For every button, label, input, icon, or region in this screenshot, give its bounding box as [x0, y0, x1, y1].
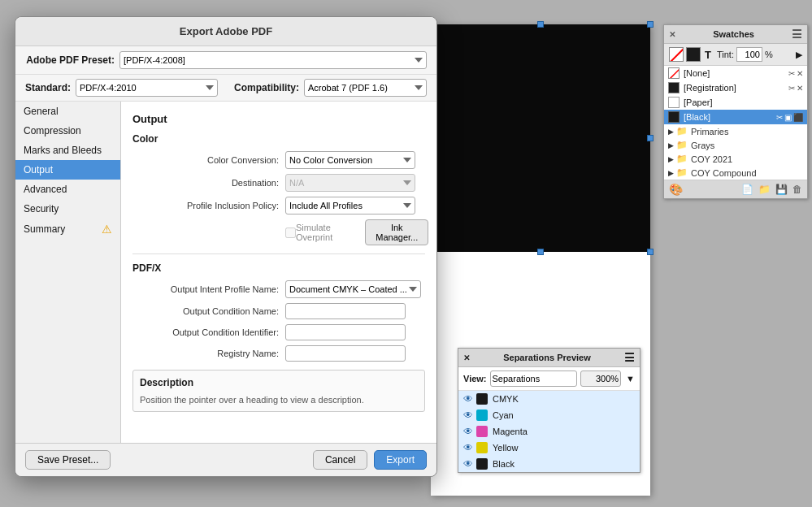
standard-label: Standard:: [25, 82, 71, 93]
swatch-registration[interactable]: [Registration] ✂ ✕: [664, 80, 807, 95]
dialog-body: General Compression Marks and Bleeds Out…: [15, 102, 436, 443]
swatch-none[interactable]: [None] ✂ ✕: [664, 66, 807, 80]
sidebar-item-marks-bleeds[interactable]: Marks and Bleeds: [15, 141, 120, 160]
foreground-color-box[interactable]: [669, 47, 684, 62]
registry-name-input[interactable]: [285, 345, 406, 362]
sidebar-item-general[interactable]: General: [15, 102, 120, 121]
sep-eye-cyan: 👁: [463, 410, 473, 421]
group-grays[interactable]: ▶ 📁 Grays: [664, 138, 807, 152]
content-area: Output Color Color Conversion: No Color …: [121, 102, 436, 443]
cancel-button[interactable]: Cancel: [313, 450, 367, 470]
tint-chevron-icon[interactable]: ▶: [796, 50, 802, 60]
warning-icon: ⚠: [102, 223, 112, 236]
sep-body: View: Separations ▼ 👁 CMYK 👁 Cyan: [458, 367, 640, 472]
zoom-chevron-icon[interactable]: ▼: [626, 374, 635, 384]
sidebar-item-summary[interactable]: Summary ⚠: [15, 219, 120, 240]
swatch-none-icons: ✂ ✕: [788, 69, 803, 78]
section-title: Output: [132, 113, 425, 125]
simulate-overprint-checkbox[interactable]: [285, 228, 296, 238]
sidebar-item-output[interactable]: Output: [15, 160, 120, 180]
color-conversion-label: Color Conversion:: [132, 155, 279, 165]
output-condition-id-row: Output Condition Identifier:: [132, 324, 425, 340]
output-condition-name-input[interactable]: [285, 303, 406, 319]
tint-row: T Tint: % ▶: [664, 44, 807, 66]
tint-input[interactable]: [736, 47, 762, 62]
simulate-overprint-label: Simulate Overprint: [296, 223, 332, 242]
sep-view-select[interactable]: Separations: [490, 370, 578, 387]
panel-menu-icon[interactable]: ☰: [792, 28, 802, 41]
swatch-none-color: [668, 67, 680, 79]
sep-row-yellow[interactable]: 👁 Yellow: [458, 440, 640, 456]
color-subsection-title: Color: [132, 133, 425, 145]
swatches-title: Swatches: [713, 29, 754, 39]
scissors-icon-reg: ✂: [788, 84, 795, 93]
group-primaries[interactable]: ▶ 📁 Primaries: [664, 124, 807, 138]
sep-close-icon[interactable]: ✕: [463, 353, 470, 362]
sep-view-row: View: Separations ▼: [458, 367, 640, 391]
color-conversion-select[interactable]: No Color Conversion: [285, 151, 415, 169]
color-conversion-row: Color Conversion: No Color Conversion: [132, 151, 425, 169]
sep-row-black[interactable]: 👁 Black: [458, 456, 640, 472]
scissors-icon-black: ✂: [776, 113, 783, 122]
simulate-ink-row: Simulate Overprint Ink Manager...: [132, 219, 425, 245]
swatches-panel-header: ✕ Swatches ☰: [664, 25, 807, 44]
tint-percent: %: [765, 50, 773, 59]
profile-inclusion-row: Profile Inclusion Policy: Include All Pr…: [132, 197, 425, 214]
panel-close-icon[interactable]: ✕: [669, 30, 675, 39]
sep-label-yellow: Yellow: [493, 443, 518, 453]
new-color-group-icon[interactable]: 🎨: [669, 183, 683, 196]
output-intent-profile-select[interactable]: Document CMYK – Coated ...: [285, 280, 421, 298]
compat-group: Compatibility: Acrobat 7 (PDF 1.6): [234, 79, 427, 97]
sep-menu-icon[interactable]: ☰: [624, 351, 635, 364]
preset-select[interactable]: [PDF/X-4:2008]: [119, 51, 427, 69]
swatches-panel-footer: 🎨 📄 📁 💾 🗑: [664, 180, 807, 198]
registry-name-row: Registry Name:: [132, 345, 425, 362]
swatch-folder-icon[interactable]: 📁: [758, 184, 771, 195]
swatch-paper-color: [668, 97, 680, 108]
scissors-icon: ✂: [788, 69, 795, 78]
separations-preview-panel: ✕ Separations Preview ☰ View: Separation…: [458, 348, 640, 473]
print-icon: ⬛: [793, 113, 803, 122]
swatch-black[interactable]: [Black] ✂ ▣ ⬛: [664, 110, 807, 124]
sep-row-cyan[interactable]: 👁 Cyan: [458, 407, 640, 423]
dialog-footer: Save Preset... Cancel Export: [15, 443, 436, 476]
swatch-paper-label: [Paper]: [684, 98, 712, 107]
sep-dot-cmyk: [476, 393, 488, 405]
output-condition-id-input[interactable]: [285, 324, 406, 340]
swatch-paper[interactable]: [Paper]: [664, 95, 807, 110]
swatch-page-icon[interactable]: 📄: [741, 184, 753, 195]
sidebar-item-compression[interactable]: Compression: [15, 121, 120, 141]
coy-compound-label: COY Compound: [691, 168, 757, 178]
sep-eye-yellow: 👁: [463, 442, 473, 453]
group-coy-compound[interactable]: ▶ 📁 COY Compound: [664, 166, 807, 180]
swatch-save-icon[interactable]: 💾: [775, 184, 788, 195]
stroke-color-box[interactable]: [686, 47, 701, 62]
dialog-title: Export Adobe PDF: [15, 17, 436, 46]
svg-line-0: [670, 48, 684, 62]
output-intent-row: Output Intent Profile Name: Document CMY…: [132, 280, 425, 298]
standard-compat-row: Standard: PDF/X-4:2010 Compatibility: Ac…: [15, 75, 436, 102]
type-color-icon[interactable]: T: [705, 49, 711, 61]
ink-manager-button[interactable]: Ink Manager...: [365, 219, 428, 245]
primaries-label: Primaries: [691, 127, 728, 136]
standard-group: Standard: PDF/X-4:2010: [25, 79, 218, 97]
sep-row-cmyk[interactable]: 👁 CMYK: [458, 391, 640, 407]
profile-inclusion-label: Profile Inclusion Policy:: [132, 201, 279, 210]
sep-row-magenta[interactable]: 👁 Magenta: [458, 423, 640, 440]
sep-eye-black: 👁: [463, 458, 473, 470]
zoom-input[interactable]: [580, 370, 621, 387]
compatibility-label: Compatibility:: [234, 82, 299, 93]
profile-inclusion-select[interactable]: Include All Profiles: [285, 197, 415, 214]
swatch-delete-icon[interactable]: 🗑: [792, 184, 802, 195]
group-coy2021[interactable]: ▶ 📁 COY 2021: [664, 152, 807, 166]
export-button[interactable]: Export: [374, 450, 427, 470]
save-preset-button[interactable]: Save Preset...: [25, 450, 111, 470]
compatibility-select[interactable]: Acrobat 7 (PDF 1.6): [304, 79, 427, 97]
sidebar-item-advanced[interactable]: Advanced: [15, 180, 120, 199]
sep-view-label: View:: [463, 374, 487, 384]
sidebar-item-security[interactable]: Security: [15, 199, 120, 219]
standard-select[interactable]: PDF/X-4:2010: [76, 79, 218, 97]
cross-icon-reg: ✕: [797, 84, 803, 93]
swatch-reg-color: [668, 82, 680, 93]
description-section: Description Position the pointer over a …: [132, 370, 425, 412]
